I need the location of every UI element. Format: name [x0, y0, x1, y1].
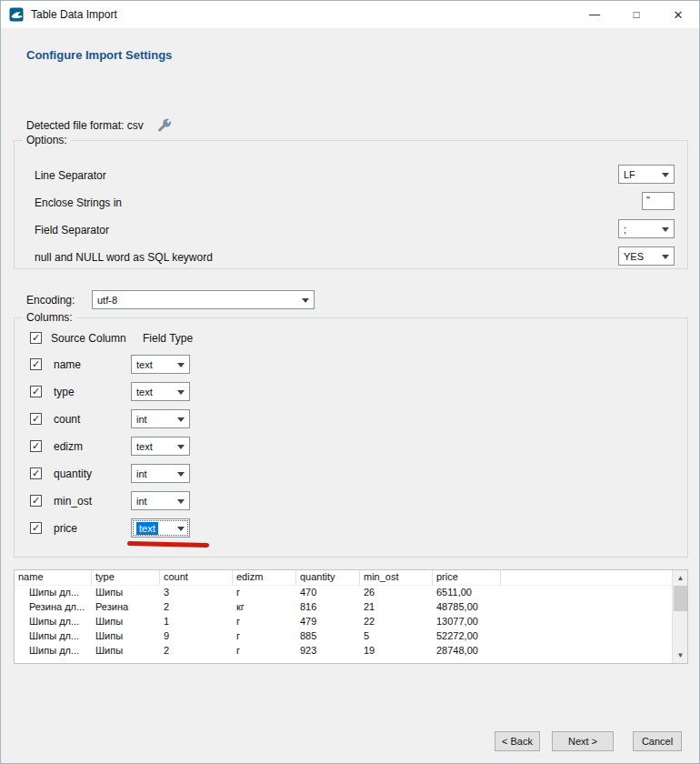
column-name-edizm: edizm	[54, 440, 83, 453]
preview-header-row: name type count edizm quantity min_ost p…	[15, 570, 687, 586]
column-name-count: count	[54, 413, 80, 426]
page-title: Configure Import Settings	[26, 48, 172, 62]
options-group: Options: Line Separator LF Enclose Strin…	[14, 140, 688, 269]
chevron-down-icon	[662, 227, 669, 232]
line-separator-label: Line Separator	[35, 169, 106, 182]
select-all-checkbox[interactable]: ✓	[30, 332, 42, 344]
minimize-button[interactable]: —	[574, 1, 615, 28]
caption-buttons: — □ ✕	[574, 1, 699, 28]
chevron-down-icon	[177, 363, 185, 367]
column-checkbox-min-ost[interactable]: ✓	[30, 495, 42, 507]
field-type-select-count[interactable]: int	[131, 409, 190, 428]
detected-format-label: Detected file format: csv	[26, 119, 144, 132]
preview-header-price[interactable]: price	[433, 570, 501, 585]
column-name-min-ost: min_ost	[54, 495, 92, 508]
window-title: Table Data Import	[31, 8, 117, 21]
field-type-select-quantity[interactable]: int	[131, 464, 190, 483]
column-checkbox-price[interactable]: ✓	[30, 522, 42, 534]
scroll-down-icon[interactable]: ▼	[673, 648, 688, 663]
columns-group: Columns: ✓ Source Column Field Type ✓ na…	[14, 317, 688, 558]
chevron-down-icon	[662, 255, 669, 259]
annotation-underline	[127, 541, 209, 548]
scroll-up-icon[interactable]: ▲	[673, 570, 688, 586]
preview-header-count[interactable]: count	[160, 570, 233, 585]
preview-header-name[interactable]: name	[15, 570, 92, 585]
table-row[interactable]: Шипы дл... Шипы 9 г 885 5 52272,00	[15, 629, 687, 644]
preview-header-type[interactable]: type	[92, 570, 160, 585]
back-button[interactable]: < Back	[495, 731, 540, 751]
chevron-down-icon	[662, 173, 669, 177]
chevron-down-icon	[177, 445, 185, 449]
field-separator-label: Field Separator	[35, 224, 109, 236]
columns-group-label: Columns:	[23, 311, 76, 324]
field-type-header: Field Type	[143, 332, 193, 345]
cancel-button[interactable]: Cancel	[633, 731, 682, 751]
column-name-type: type	[54, 386, 75, 398]
column-name-name: name	[54, 358, 81, 371]
chevron-down-icon	[177, 499, 185, 504]
preview-header-edizm[interactable]: edizm	[233, 570, 296, 585]
chevron-down-icon	[177, 527, 185, 531]
enclose-strings-input[interactable]: "	[642, 192, 675, 210]
preview-header-quantity[interactable]: quantity	[296, 570, 360, 585]
chevron-down-icon	[177, 417, 185, 422]
column-checkbox-name[interactable]: ✓	[30, 358, 42, 370]
table-row[interactable]: Шипы дл... Шипы 1 г 479 22 13077,00	[15, 615, 687, 629]
null-keyword-select[interactable]: YES	[618, 246, 675, 266]
column-name-quantity: quantity	[54, 467, 92, 480]
encoding-label: Encoding:	[26, 294, 75, 307]
titlebar: Table Data Import — □ ✕	[1, 1, 699, 28]
field-type-select-min-ost[interactable]: int	[131, 491, 190, 510]
line-separator-select[interactable]: LF	[618, 165, 675, 184]
table-row[interactable]: Резина дл... Резина 2 кг 816 21 48785,00	[15, 600, 687, 615]
enclose-strings-label: Enclose Strings in	[35, 196, 122, 209]
source-column-header: Source Column	[51, 332, 126, 345]
vertical-scrollbar[interactable]: ▲ ▼	[672, 570, 687, 663]
field-type-select-type[interactable]: text	[131, 382, 190, 401]
column-checkbox-count[interactable]: ✓	[30, 413, 42, 425]
field-type-select-name[interactable]: text	[131, 355, 190, 374]
chevron-down-icon	[177, 390, 185, 395]
close-button[interactable]: ✕	[657, 1, 699, 28]
null-keyword-label: null and NULL word as SQL keyword	[35, 251, 213, 264]
preview-header-filler	[501, 570, 687, 585]
table-row[interactable]: Шипы дл... Шипы 3 г 470 26 6511,00	[15, 586, 687, 600]
column-name-price: price	[54, 522, 77, 535]
wrench-icon[interactable]	[156, 117, 173, 134]
field-separator-select[interactable]: ;	[618, 219, 675, 238]
detected-format-row: Detected file format: csv	[26, 117, 173, 134]
column-checkbox-quantity[interactable]: ✓	[30, 467, 42, 479]
table-row[interactable]: Шипы дл... Шипы 2 г 923 19 28748,00	[15, 644, 687, 658]
options-group-label: Options:	[23, 134, 71, 146]
field-type-select-edizm[interactable]: text	[131, 437, 190, 456]
table-data-import-window: Table Data Import — □ ✕ Configure Import…	[0, 0, 700, 764]
maximize-button[interactable]: □	[615, 1, 657, 28]
preview-table: name type count edizm quantity min_ost p…	[14, 569, 688, 664]
chevron-down-icon	[302, 298, 309, 303]
column-checkbox-edizm[interactable]: ✓	[30, 440, 42, 452]
field-type-select-price[interactable]: text	[131, 518, 190, 538]
next-button[interactable]: Next >	[552, 731, 614, 751]
column-checkbox-type[interactable]: ✓	[30, 386, 42, 397]
preview-header-min-ost[interactable]: min_ost	[360, 570, 433, 585]
app-icon	[9, 7, 24, 22]
encoding-select[interactable]: utf-8	[92, 290, 315, 309]
chevron-down-icon	[177, 472, 185, 477]
scrollbar-thumb[interactable]	[674, 586, 687, 611]
